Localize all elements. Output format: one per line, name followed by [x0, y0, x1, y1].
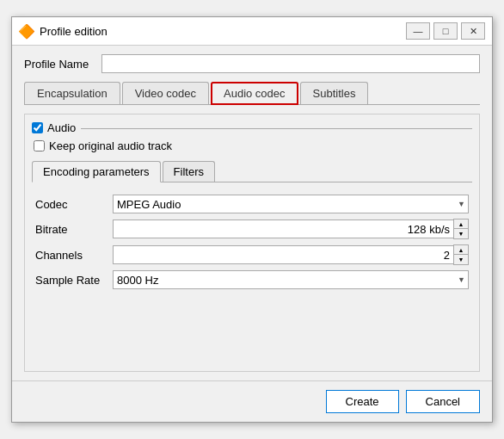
keep-original-label: Keep original audio track: [49, 139, 172, 152]
maximize-button[interactable]: □: [433, 22, 458, 40]
keep-original-row: Keep original audio track: [32, 139, 472, 152]
minimize-button[interactable]: —: [406, 22, 430, 40]
title-bar: 🔶 Profile edition — □ ✕: [12, 17, 492, 46]
tab-encoding-parameters[interactable]: Encoding parameters: [32, 161, 161, 182]
bitrate-label: Bitrate: [35, 223, 113, 236]
tab-audio-codec[interactable]: Audio codec: [211, 82, 298, 105]
channels-label: Channels: [35, 249, 113, 262]
audio-checkbox-row: Audio: [32, 121, 472, 134]
sample-rate-row: Sample Rate 8000 Hz 11025 Hz 22050 Hz 44…: [35, 270, 469, 289]
channels-up-button[interactable]: ▲: [454, 245, 468, 255]
bitrate-down-button[interactable]: ▼: [454, 229, 468, 238]
content-area: Audio Keep original audio track Encoding…: [24, 114, 480, 372]
bitrate-spinbox-btns: ▲ ▼: [453, 219, 469, 239]
codec-select-wrapper: MPEG Audio AAC MP3 FLAC Vorbis Opus: [113, 195, 469, 213]
keep-original-checkbox[interactable]: [34, 140, 45, 151]
tab-encapsulation[interactable]: Encapsulation: [24, 82, 120, 104]
app-icon: 🔶: [19, 23, 34, 39]
profile-name-input[interactable]: [101, 54, 480, 73]
channels-row: Channels ▲ ▼: [35, 244, 469, 265]
tab-subtitles[interactable]: Subtitles: [300, 82, 369, 104]
cancel-button[interactable]: Cancel: [406, 390, 480, 413]
window-title: Profile edition: [40, 25, 406, 38]
codec-label: Codec: [35, 198, 113, 211]
sample-rate-select-wrapper: 8000 Hz 11025 Hz 22050 Hz 44100 Hz 48000…: [113, 270, 469, 289]
bitrate-input[interactable]: [113, 220, 453, 238]
profile-name-row: Profile Name: [24, 54, 480, 73]
codec-select[interactable]: MPEG Audio AAC MP3 FLAC Vorbis Opus: [113, 195, 469, 213]
sample-rate-label: Sample Rate: [35, 274, 113, 287]
window-body: Profile Name Encapsulation Video codec A…: [12, 46, 492, 380]
main-tabs: Encapsulation Video codec Audio codec Su…: [24, 82, 480, 105]
channels-spinbox: ▲ ▼: [113, 244, 469, 265]
inner-tabs: Encoding parameters Filters: [32, 161, 472, 182]
sample-rate-control: 8000 Hz 11025 Hz 22050 Hz 44100 Hz 48000…: [113, 270, 469, 289]
codec-control: MPEG Audio AAC MP3 FLAC Vorbis Opus: [113, 195, 469, 213]
channels-input[interactable]: [113, 245, 453, 264]
bitrate-up-button[interactable]: ▲: [454, 220, 468, 229]
bitrate-spinbox: ▲ ▼: [113, 219, 469, 239]
sample-rate-select[interactable]: 8000 Hz 11025 Hz 22050 Hz 44100 Hz 48000…: [113, 270, 469, 289]
close-button[interactable]: ✕: [461, 22, 485, 40]
channels-spinbox-btns: ▲ ▼: [453, 244, 469, 265]
bitrate-row: Bitrate ▲ ▼: [35, 219, 469, 239]
audio-label: Audio: [47, 121, 76, 134]
footer: Create Cancel: [12, 380, 492, 422]
params-area: Codec MPEG Audio AAC MP3 FLAC Vorbis Opu…: [32, 189, 472, 300]
tab-video-codec[interactable]: Video codec: [122, 82, 209, 104]
create-button[interactable]: Create: [326, 390, 399, 413]
bitrate-control: ▲ ▼: [113, 219, 469, 239]
tab-filters[interactable]: Filters: [163, 161, 215, 182]
channels-down-button[interactable]: ▼: [454, 255, 468, 264]
audio-checkbox-label[interactable]: Audio: [32, 121, 81, 134]
title-bar-controls: — □ ✕: [406, 22, 485, 40]
profile-name-label: Profile Name: [24, 58, 101, 71]
channels-control: ▲ ▼: [113, 244, 469, 265]
profile-edition-window: 🔶 Profile edition — □ ✕ Profile Name Enc…: [11, 16, 493, 423]
codec-row: Codec MPEG Audio AAC MP3 FLAC Vorbis Opu…: [35, 195, 469, 213]
audio-checkbox[interactable]: [32, 122, 43, 133]
